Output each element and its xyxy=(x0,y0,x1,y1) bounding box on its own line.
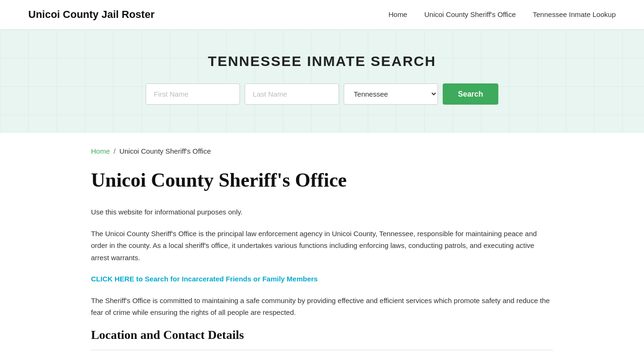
breadcrumb-separator: / xyxy=(114,147,116,155)
cta-paragraph: CLICK HERE to Search for Incarcerated Fr… xyxy=(91,273,553,285)
commitment-text: The Sheriff's Office is committed to mai… xyxy=(91,295,553,319)
breadcrumb: Home / Unicoi County Sheriff's Office xyxy=(91,147,553,155)
main-content: Home / Unicoi County Sheriff's Office Un… xyxy=(63,133,581,362)
hero-title: TENNESSEE INMATE SEARCH xyxy=(9,53,635,69)
navbar: Unicoi County Jail Roster Home Unicoi Co… xyxy=(0,0,644,30)
first-name-input[interactable] xyxy=(146,83,240,105)
search-form: Tennessee Search xyxy=(9,83,635,105)
description-text: The Unicoi County Sheriff's Office is th… xyxy=(91,228,553,264)
nav-inmate-lookup[interactable]: Tennessee Inmate Lookup xyxy=(533,10,616,18)
state-select[interactable]: Tennessee xyxy=(344,83,438,105)
breadcrumb-home-link[interactable]: Home xyxy=(91,147,110,155)
last-name-input[interactable] xyxy=(245,83,339,105)
site-brand[interactable]: Unicoi County Jail Roster xyxy=(28,8,155,21)
nav-sheriffs-office[interactable]: Unicoi County Sheriff's Office xyxy=(424,10,516,18)
page-title: Unicoi County Sheriff's Office xyxy=(91,168,553,192)
intro-text: Use this website for informational purpo… xyxy=(91,206,553,218)
hero-section: TENNESSEE INMATE SEARCH Tennessee Search xyxy=(0,30,644,133)
search-button[interactable]: Search xyxy=(443,83,498,105)
nav-links: Home Unicoi County Sheriff's Office Tenn… xyxy=(388,10,616,19)
breadcrumb-current: Unicoi County Sheriff's Office xyxy=(119,147,211,155)
nav-home[interactable]: Home xyxy=(388,10,407,18)
cta-link[interactable]: CLICK HERE to Search for Incarcerated Fr… xyxy=(91,275,318,283)
section-divider xyxy=(91,350,553,350)
location-heading: Location and Contact Details xyxy=(91,328,553,342)
